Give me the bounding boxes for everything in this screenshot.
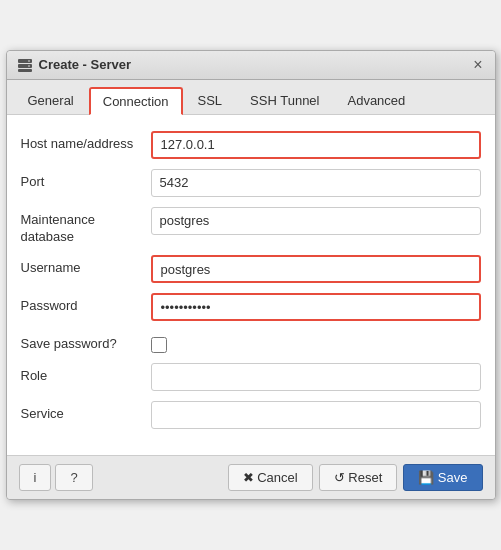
service-row: Service (21, 401, 481, 429)
port-row: Port (21, 169, 481, 197)
role-input[interactable] (151, 363, 481, 391)
host-input[interactable] (151, 131, 481, 159)
save-button[interactable]: 💾 Save (403, 464, 482, 491)
dialog-titlebar: Create - Server × (7, 51, 495, 80)
svg-rect-2 (18, 69, 32, 72)
create-server-dialog: Create - Server × General Connection SSL… (6, 50, 496, 501)
tab-connection[interactable]: Connection (89, 87, 183, 115)
svg-point-4 (28, 65, 30, 67)
tab-ssh-tunnel[interactable]: SSH Tunnel (237, 87, 332, 115)
username-row: Username (21, 255, 481, 283)
username-label: Username (21, 255, 151, 277)
reset-button[interactable]: ↺ Reset (319, 464, 398, 491)
footer-right: ✖ Cancel ↺ Reset 💾 Save (228, 464, 483, 491)
close-button[interactable]: × (471, 57, 484, 73)
password-row: Password (21, 293, 481, 321)
maintenance-db-row: Maintenance database (21, 207, 481, 246)
port-label: Port (21, 169, 151, 191)
save-password-checkbox[interactable] (151, 337, 167, 353)
tab-general[interactable]: General (15, 87, 87, 115)
help-button[interactable]: ? (55, 464, 92, 491)
tab-bar: General Connection SSL SSH Tunnel Advanc… (7, 80, 495, 115)
svg-point-3 (28, 60, 30, 62)
cancel-button[interactable]: ✖ Cancel (228, 464, 313, 491)
maintenance-db-label: Maintenance database (21, 207, 151, 246)
password-input[interactable] (151, 293, 481, 321)
dialog-footer: i ? ✖ Cancel ↺ Reset 💾 Save (7, 455, 495, 499)
dialog-body: Host name/address Port Maintenance datab… (7, 115, 495, 456)
dialog-title-text: Create - Server (39, 57, 132, 72)
host-label: Host name/address (21, 131, 151, 153)
password-label: Password (21, 293, 151, 315)
dialog-title: Create - Server (17, 57, 132, 73)
tab-advanced[interactable]: Advanced (334, 87, 418, 115)
role-row: Role (21, 363, 481, 391)
footer-left: i ? (19, 464, 93, 491)
save-password-row: Save password? (21, 331, 481, 353)
maintenance-db-input[interactable] (151, 207, 481, 235)
role-label: Role (21, 363, 151, 385)
tab-ssl[interactable]: SSL (185, 87, 236, 115)
server-icon (17, 57, 33, 73)
service-label: Service (21, 401, 151, 423)
port-input[interactable] (151, 169, 481, 197)
service-input[interactable] (151, 401, 481, 429)
info-button[interactable]: i (19, 464, 52, 491)
host-row: Host name/address (21, 131, 481, 159)
save-password-label: Save password? (21, 331, 151, 353)
username-input[interactable] (151, 255, 481, 283)
